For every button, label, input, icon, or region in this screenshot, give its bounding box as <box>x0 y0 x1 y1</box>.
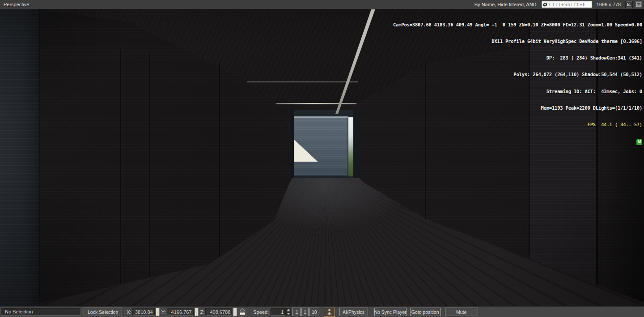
selection-field[interactable]: No Selection <box>1 308 81 316</box>
speed-decrement-button[interactable] <box>286 312 291 316</box>
camera-axis-button[interactable] <box>625 1 633 8</box>
simulate-physics-toggle[interactable] <box>324 308 335 317</box>
editor-window: Perspective By Name, Hide filtered, AND … <box>0 0 644 317</box>
render-stats-overlay: CamPos=3807.68 4183.36 409.49 Angl= -1 0… <box>393 11 642 156</box>
z-coordinate-input[interactable] <box>205 308 232 316</box>
speed-spinner <box>286 308 291 316</box>
stats-streaming: Streaming IO: ACT: 43msec, Jobs: 0 <box>393 89 642 94</box>
arrow-down-icon <box>287 313 290 315</box>
viewport-type-label[interactable]: Perspective <box>0 2 29 7</box>
z-coordinate-label: Z: <box>200 309 205 315</box>
mute-button[interactable]: Mute <box>445 308 478 316</box>
status-bar: No Selection Lock Selection X: Y: Z: Spe… <box>0 306 644 317</box>
search-box[interactable] <box>541 1 592 8</box>
arrow-up-icon <box>287 309 290 311</box>
stats-drawprims: DP: 283 ( 284) ShadowGen:341 (341) <box>393 55 642 60</box>
search-icon <box>543 3 547 6</box>
speed-input[interactable] <box>271 308 286 316</box>
speed-increment-button[interactable] <box>286 308 291 312</box>
stats-campos: CamPos=3807.68 4183.36 409.49 Angl= -1 0… <box>393 22 642 27</box>
search-filter-options-label[interactable]: By Name, Hide filtered, AND <box>475 2 537 7</box>
stats-fps: FPS 44.1 ( 34.. 57) <box>393 122 642 127</box>
y-coordinate-input[interactable] <box>167 308 194 316</box>
stats-polys: Polys: 264,072 (264,110) Shadow:50,544 (… <box>393 72 642 77</box>
lock-selection-button[interactable]: Lock Selection <box>84 308 122 316</box>
coordinate-lock-button[interactable] <box>238 308 247 317</box>
monitor-badge: M <box>636 139 642 145</box>
speed-label: Speed: <box>253 309 269 315</box>
viewport-header-controls: By Name, Hide filtered, AND 1696 x 778 <box>475 1 644 8</box>
viewport-resolution-label: 1696 x 778 <box>597 2 621 7</box>
y-coordinate-label: Y: <box>161 309 166 315</box>
viewport-header: Perspective By Name, Hide filtered, AND … <box>0 0 644 9</box>
speed-preset-1-button[interactable]: 1 <box>301 308 309 316</box>
x-coordinate-spinner[interactable] <box>156 308 160 316</box>
x-coordinate-input[interactable] <box>132 308 155 316</box>
x-coordinate-label: X: <box>127 309 131 315</box>
maximize-viewport-button[interactable] <box>635 1 642 8</box>
ai-physics-button[interactable]: AI/Physics <box>339 308 368 316</box>
stats-memory: Mem=1193 Peak=2200 DLights=(1/1/1/10) <box>393 105 642 111</box>
stats-profile: DX11 Profile 64bit VeryHighSpec DevMode … <box>393 39 642 44</box>
search-input[interactable] <box>549 2 590 7</box>
no-sync-player-button[interactable]: No Sync Player <box>374 308 407 316</box>
padlock-body <box>240 311 246 315</box>
goto-position-button[interactable]: Goto position <box>410 308 441 316</box>
camera-axis-icon <box>627 2 631 7</box>
y-coordinate-spinner[interactable] <box>195 308 199 316</box>
z-coordinate-spinner[interactable] <box>233 308 237 316</box>
speed-preset-point1-button[interactable]: .1 <box>292 308 301 316</box>
monitor-badge-row: M <box>393 138 642 145</box>
perspective-viewport[interactable]: CamPos=3807.68 4183.36 409.49 Angl= -1 0… <box>0 9 644 306</box>
maximize-icon <box>636 2 641 7</box>
person-figure-icon <box>326 308 333 315</box>
speed-preset-10-button[interactable]: 10 <box>309 308 319 316</box>
